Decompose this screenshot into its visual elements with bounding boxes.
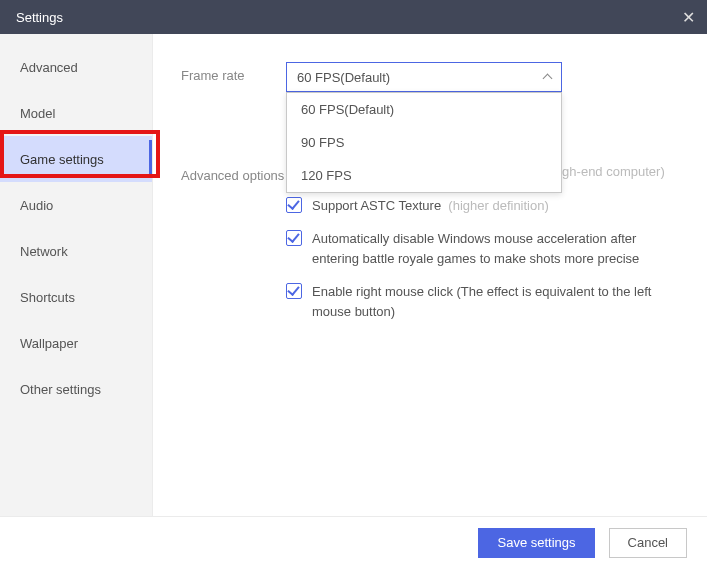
- frame-rate-dropdown: 60 FPS(Default) 90 FPS 120 FPS: [286, 92, 562, 193]
- frame-rate-select[interactable]: 60 FPS(Default): [286, 62, 562, 92]
- sidebar-item-label: Wallpaper: [20, 336, 78, 351]
- checkbox-label-mouse-accel: Automatically disable Windows mouse acce…: [312, 229, 679, 268]
- checkbox-label-right-click: Enable right mouse click (The effect is …: [312, 282, 679, 321]
- checkbox-right-click[interactable]: [286, 283, 302, 299]
- frame-rate-option[interactable]: 90 FPS: [287, 126, 561, 159]
- checkbox-label-astc: Support ASTC Texture (higher definition): [312, 196, 679, 216]
- close-icon[interactable]: ✕: [682, 8, 695, 27]
- sidebar-item-model[interactable]: Model: [0, 90, 152, 136]
- sidebar-item-label: Game settings: [20, 152, 104, 167]
- save-button[interactable]: Save settings: [478, 528, 594, 558]
- footer: Save settings Cancel: [0, 516, 707, 568]
- title-bar: Settings ✕: [0, 0, 707, 34]
- frame-rate-selected: 60 FPS(Default): [297, 70, 390, 85]
- sidebar-item-label: Shortcuts: [20, 290, 75, 305]
- sidebar-item-wallpaper[interactable]: Wallpaper: [0, 320, 152, 366]
- sidebar-item-game-settings[interactable]: Game settings: [0, 136, 152, 182]
- advanced-options-label: Advanced options: [181, 162, 286, 183]
- sidebar-item-advanced[interactable]: Advanced: [0, 44, 152, 90]
- frame-rate-option[interactable]: 120 FPS: [287, 159, 561, 192]
- frame-rate-label: Frame rate: [181, 62, 286, 83]
- sidebar-item-audio[interactable]: Audio: [0, 182, 152, 228]
- chevron-down-icon: [543, 74, 553, 84]
- cancel-button[interactable]: Cancel: [609, 528, 687, 558]
- sidebar-item-network[interactable]: Network: [0, 228, 152, 274]
- sidebar-item-label: Audio: [20, 198, 53, 213]
- sidebar-item-shortcuts[interactable]: Shortcuts: [0, 274, 152, 320]
- frame-rate-option[interactable]: 60 FPS(Default): [287, 93, 561, 126]
- checkbox-mouse-accel[interactable]: [286, 230, 302, 246]
- sidebar: Advanced Model Game settings Audio Netwo…: [0, 34, 153, 516]
- sidebar-item-label: Network: [20, 244, 68, 259]
- sidebar-item-label: Model: [20, 106, 55, 121]
- sidebar-item-label: Advanced: [20, 60, 78, 75]
- content-area: Frame rate 60 FPS(Default) 60 FPS(Defaul…: [153, 34, 707, 516]
- checkbox-astc[interactable]: [286, 197, 302, 213]
- sidebar-item-label: Other settings: [20, 382, 101, 397]
- sidebar-item-other-settings[interactable]: Other settings: [0, 366, 152, 412]
- window-title: Settings: [16, 10, 63, 25]
